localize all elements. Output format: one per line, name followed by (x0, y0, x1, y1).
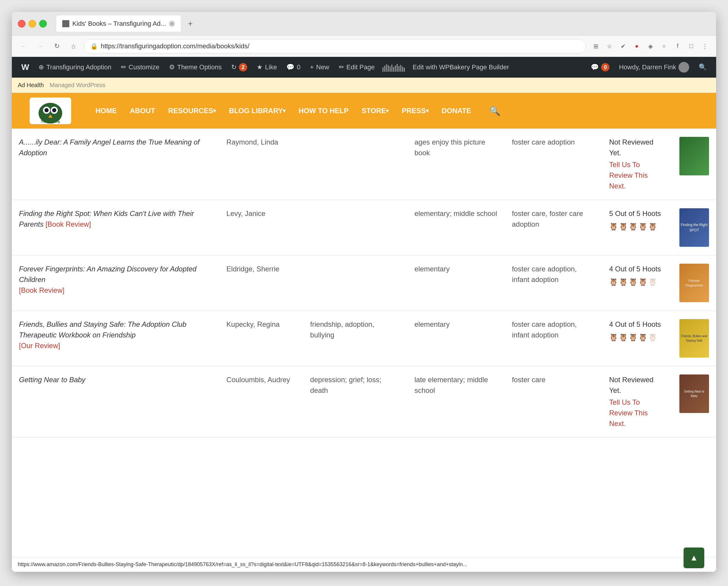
reader-mode-icon[interactable]: ⊞ (591, 41, 601, 52)
hoot-1: 🦉 (609, 221, 618, 232)
like-item[interactable]: ★ Like (252, 57, 282, 78)
not-reviewed-text: Not Reviewed Yet. (609, 374, 665, 396)
nav-store[interactable]: STORE (355, 93, 395, 129)
howdy-label: Howdy, Darren Fink (619, 63, 676, 71)
status-url: https://www.amazon.com/Friends-Bullies-S… (18, 561, 467, 568)
wpbakery-item[interactable]: Edit with WPBakery Page Builder (408, 57, 514, 78)
hoot-2: 🦉 (619, 332, 628, 343)
nav-home[interactable]: HOME (89, 93, 123, 129)
svg-point-17 (52, 108, 56, 112)
nav-how-to-help[interactable]: HOW TO HELP (292, 93, 355, 129)
book-review-link[interactable]: [Book Review] (19, 286, 64, 294)
menu-icon[interactable]: ⋮ (700, 41, 710, 52)
bookmark-icon[interactable]: ☆ (604, 41, 615, 52)
review-link[interactable]: Tell Us To Review This Next. (609, 397, 665, 429)
book-rating: Not Reviewed Yet. Tell Us To Review This… (609, 374, 665, 429)
book-topic2: foster care adoption, infant adoption (512, 320, 577, 339)
comments-count: 0 (297, 63, 300, 71)
book-cover-cell: Getting Near to Baby ▲ (672, 366, 716, 437)
tab-close-button[interactable]: × (169, 21, 175, 27)
book-review-link[interactable]: [Book Review] (45, 220, 91, 228)
book-title: Finding the Right Spot: When Kids Can't … (19, 210, 194, 228)
table-row: Finding the Right Spot: When Kids Can't … (12, 200, 716, 256)
close-button[interactable] (18, 20, 25, 28)
customize-item[interactable]: ✏ Customize (116, 57, 164, 78)
book-topic: friendship, adoption, bullying (310, 320, 374, 339)
comments-item[interactable]: 💬 0 (282, 57, 305, 78)
book-topic2-cell: foster care adoption, infant adoption (505, 311, 602, 366)
book-title: A......ily Dear: A Family Angel Learns t… (19, 138, 200, 157)
books-table: A......ily Dear: A Family Angel Learns t… (12, 129, 716, 437)
site-logo[interactable]: Transfiguring Adoption (30, 98, 71, 124)
back-to-top-button[interactable]: ▲ (683, 548, 704, 557)
svg-rect-1 (384, 66, 385, 72)
book-title-cell: Friends, Bullies and Staying Safe: The A… (12, 311, 219, 366)
new-tab-button[interactable]: + (184, 18, 196, 30)
site-name-item[interactable]: ⊕ Transfiguring Adoption (34, 57, 116, 78)
url-bar[interactable]: 🔒 https://transfiguringadoption.com/medi… (84, 39, 586, 53)
book-age: elementary (414, 265, 450, 273)
book-cover: Finding the Right SPOT (679, 208, 709, 247)
home-button[interactable]: ⌂ (68, 40, 79, 52)
browser-urlbar: ← → ↻ ⌂ 🔒 https://transfiguringadoption.… (12, 35, 716, 57)
back-button[interactable]: ← (18, 40, 30, 52)
edit-page-item[interactable]: ✏ Edit Page (334, 57, 380, 78)
hoot-4: 🦉 (639, 277, 647, 287)
theme-options-icon: ⚙ (169, 63, 175, 71)
nav-resources[interactable]: RESOURCES (161, 93, 222, 129)
pinterest-icon[interactable]: ● (631, 41, 642, 52)
book-topic2-cell: foster care adoption, infant adoption (505, 256, 602, 311)
search-button[interactable]: 🔍 (489, 106, 500, 116)
book-topic2: foster care (512, 376, 545, 384)
book-review-link[interactable]: [Our Review] (19, 342, 60, 350)
main-content: A......ily Dear: A Family Angel Learns t… (12, 129, 716, 557)
hoot-1: 🦉 (609, 332, 618, 343)
refresh-button[interactable]: ↻ (51, 40, 63, 52)
book-title-cell: Forever Fingerprints: An Amazing Discove… (12, 256, 219, 311)
maximize-button[interactable] (39, 20, 47, 28)
logo-image: Transfiguring Adoption (30, 98, 71, 124)
svg-text:Adoption: Adoption (44, 123, 57, 124)
nav-blog-library[interactable]: BLOG LIBRARY (222, 93, 292, 129)
buffer-icon[interactable]: ◈ (645, 41, 656, 52)
book-topic-cell (303, 256, 407, 311)
book-author: Raymond, Linda (227, 138, 278, 146)
facebook-icon[interactable]: f (672, 41, 683, 52)
nav-press[interactable]: PRESS (395, 93, 435, 129)
svg-rect-2 (386, 64, 387, 72)
book-cover: Forever Fingerprints (679, 264, 709, 302)
updates-item[interactable]: ↻ 2 (227, 57, 252, 78)
hoot-icons: 🦉 🦉 🦉 🦉 🦉 (609, 332, 665, 343)
minimize-button[interactable] (28, 20, 36, 28)
hoot-empty: 🦉 (648, 277, 657, 287)
comments-icon: 💬 (286, 63, 294, 71)
ad-health-bar: Ad Health Managed WordPress (12, 78, 716, 93)
theme-options-item[interactable]: ⚙ Theme Options (164, 57, 227, 78)
book-rating: 5 Out of 5 Hoots 🦉 🦉 🦉 🦉 🦉 (609, 208, 665, 232)
customize-label: Customize (129, 63, 159, 71)
nav-about[interactable]: ABOUT (123, 93, 161, 129)
updates-icon: ↻ (231, 63, 237, 71)
book-topic: depression; grief; loss; death (310, 376, 381, 394)
review-link[interactable]: Tell Us To Review This Next. (609, 159, 665, 191)
hoot-1: 🦉 (609, 277, 618, 287)
pocket-icon[interactable]: ✔ (618, 41, 628, 52)
extension-icon[interactable]: □ (686, 41, 697, 52)
not-reviewed-text: Not Reviewed Yet. (609, 137, 665, 158)
wp-logo-item[interactable]: W (17, 57, 34, 78)
new-item[interactable]: + New (305, 57, 334, 78)
search-admin-button[interactable]: 🔍 (694, 57, 711, 78)
hoot-icons: 🦉 🦉 🦉 🦉 🦉 (609, 221, 665, 232)
browser-tab[interactable]: Kids' Books – Transfiguring Ad... × (56, 16, 181, 32)
search-icon[interactable]: ○ (659, 41, 669, 52)
nav-donate[interactable]: DONATE (435, 93, 478, 129)
tab-favicon (62, 20, 69, 27)
book-cover: Friends, Bullies and Staying Safe (679, 319, 709, 357)
book-cover-cell: Forever Fingerprints (672, 256, 716, 311)
hoot-4: 🦉 (639, 221, 647, 232)
edit-page-label: Edit Page (346, 63, 375, 71)
tab-title: Kids' Books – Transfiguring Ad... (72, 20, 166, 28)
user-greeting[interactable]: Howdy, Darren Fink (614, 57, 694, 78)
notification-item[interactable]: 💬 0 (586, 57, 614, 78)
forward-button[interactable]: → (34, 40, 46, 52)
